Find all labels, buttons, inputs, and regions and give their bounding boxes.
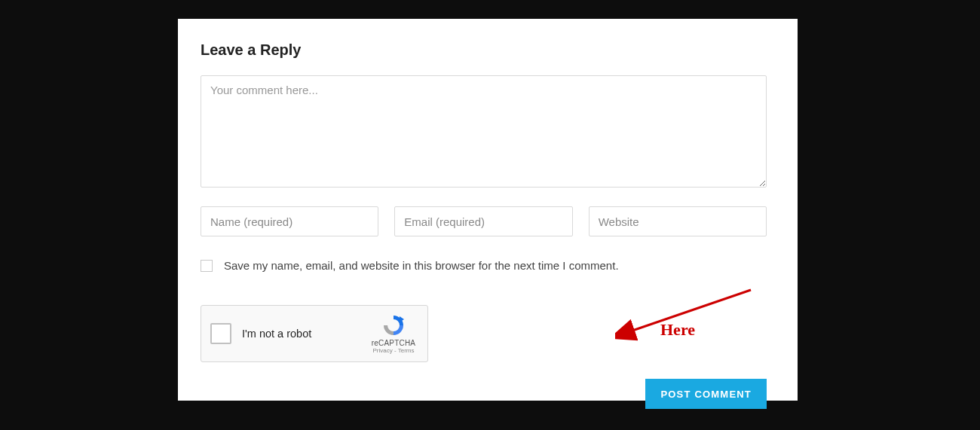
comment-form-card: Leave a Reply Save my name, email, and w… bbox=[178, 19, 798, 401]
recaptcha-brand-text: reCAPTCHA bbox=[372, 339, 415, 347]
submit-row: POST COMMENT bbox=[201, 379, 767, 409]
website-input[interactable] bbox=[589, 206, 767, 236]
recaptcha-links: Privacy - Terms bbox=[373, 347, 415, 354]
annotation-arrow-icon bbox=[615, 282, 766, 343]
recaptcha-widget: I'm not a robot reCAPTCHA Privacy - Term… bbox=[201, 305, 428, 362]
recaptcha-checkbox[interactable] bbox=[210, 323, 231, 344]
email-input[interactable] bbox=[394, 206, 572, 236]
post-comment-button[interactable]: POST COMMENT bbox=[645, 379, 767, 409]
form-heading: Leave a Reply bbox=[201, 41, 775, 59]
recaptcha-icon bbox=[381, 313, 406, 337]
save-info-row: Save my name, email, and website in this… bbox=[201, 259, 775, 272]
save-info-checkbox[interactable] bbox=[201, 260, 213, 272]
recaptcha-branding: reCAPTCHA Privacy - Terms bbox=[369, 313, 418, 354]
save-info-label: Save my name, email, and website in this… bbox=[224, 259, 619, 272]
identity-row bbox=[201, 206, 767, 236]
name-input[interactable] bbox=[201, 206, 378, 236]
svg-line-2 bbox=[630, 290, 751, 331]
annotation-label: Here bbox=[660, 320, 695, 340]
recaptcha-label: I'm not a robot bbox=[242, 328, 369, 340]
comment-textarea[interactable] bbox=[201, 75, 767, 188]
